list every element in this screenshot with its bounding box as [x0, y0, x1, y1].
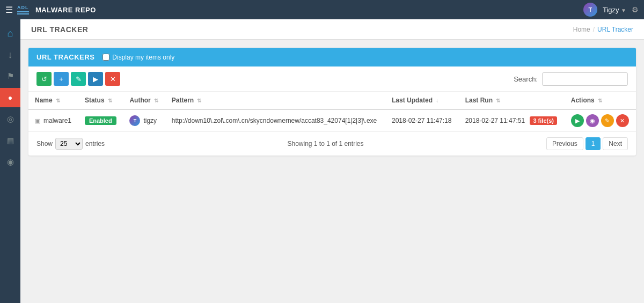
panel-header: URL TRACKERS Display my items only [28, 48, 636, 66]
table-header: Name ⇅ Status ⇅ Author ⇅ Pattern ⇅ Last … [28, 92, 636, 109]
delete-action-button[interactable]: ✕ [616, 114, 629, 127]
panel-title: URL TRACKERS [36, 53, 94, 61]
cell-last-updated: 2018-02-27 11:47:18 [385, 109, 459, 132]
page-title: URL TRACKER [31, 25, 88, 34]
app-title: MALWARE REPO [35, 6, 96, 14]
sidebar-item-home[interactable]: ⌂ [0, 24, 20, 43]
navbar-left: ☰ ADL MALWARE REPO [5, 5, 96, 15]
search-container: Search: [514, 72, 628, 86]
bar-chart-icon: ▦ [7, 136, 14, 145]
last-run-text: 2018-02-27 11:47:51 [465, 117, 525, 124]
tag-icon: ⚑ [7, 71, 14, 81]
last-updated-text: 2018-02-27 11:47:18 [392, 117, 451, 124]
cell-pattern: http://down10\.zol\.com\.cn/skycndownern… [165, 109, 385, 132]
page-icon: ▣ [35, 117, 40, 124]
data-table: Name ⇅ Status ⇅ Author ⇅ Pattern ⇅ Last … [28, 92, 636, 132]
breadcrumb-bar: URL TRACKER Home / URL Tracker [20, 19, 644, 40]
cell-author: T tigzy [123, 109, 165, 132]
pattern-text: http://down10\.zol\.com\.cn/skycndownern… [172, 117, 377, 124]
navbar-right: T Tigzy ▼ ⚙ [583, 3, 639, 17]
file-count-badge: 3 file(s) [530, 116, 557, 125]
content-area: URL TRACKERS Display my items only ↺ + ✎… [20, 40, 644, 303]
download-icon: ↓ [8, 49, 13, 61]
delete-button[interactable]: ✕ [105, 72, 120, 86]
show-entries: Show 25 50 100 entries [36, 138, 105, 150]
breadcrumb-home[interactable]: Home [573, 26, 590, 33]
hamburger-icon[interactable]: ☰ [5, 5, 13, 15]
showing-text: Showing 1 to 1 of 1 entries [287, 140, 363, 147]
bell-icon: ● [8, 93, 12, 102]
gear-icon[interactable]: ⚙ [632, 5, 639, 14]
run-button[interactable]: ▶ [88, 72, 103, 86]
previous-button[interactable]: Previous [546, 137, 583, 150]
edit-button[interactable]: ✎ [71, 72, 86, 86]
breadcrumb-current: URL Tracker [597, 26, 633, 33]
status-badge: Enabled [85, 116, 116, 125]
breadcrumb-separator: / [593, 26, 595, 33]
sidebar-item-chart[interactable]: ◎ [0, 109, 20, 129]
adl-logo: ADL [17, 5, 29, 14]
col-actions[interactable]: Actions ⇅ [565, 92, 636, 109]
sidebar-item-tag[interactable]: ⚑ [0, 66, 20, 86]
url-trackers-panel: URL TRACKERS Display my items only ↺ + ✎… [28, 48, 636, 156]
sidebar-item-alert[interactable]: ● [0, 88, 20, 107]
top-navbar: ☰ ADL MALWARE REPO T Tigzy ▼ ⚙ [0, 0, 644, 19]
main-content: URL TRACKER Home / URL Tracker URL TRACK… [20, 19, 644, 303]
table-header-row: Name ⇅ Status ⇅ Author ⇅ Pattern ⇅ Last … [28, 92, 636, 109]
col-author[interactable]: Author ⇅ [123, 92, 165, 109]
table-row: ▣ malware1 Enabled T tigzy http://down10… [28, 109, 636, 132]
col-last-run[interactable]: Last Run ⇅ [459, 92, 565, 109]
breadcrumb: Home / URL Tracker [573, 26, 633, 33]
run-action-button[interactable]: ▶ [571, 114, 584, 127]
chart-icon: ◎ [7, 114, 14, 124]
author-avatar: T [129, 115, 140, 126]
display-my-items-label[interactable]: Display my items only [103, 54, 174, 61]
col-name[interactable]: Name ⇅ [28, 92, 78, 109]
entries-select[interactable]: 25 50 100 [55, 138, 83, 150]
cell-status: Enabled [78, 109, 123, 132]
col-status[interactable]: Status ⇅ [78, 92, 123, 109]
search-input[interactable] [542, 72, 628, 86]
toolbar: ↺ + ✎ ▶ ✕ Search: [28, 66, 636, 92]
sidebar-item-bar-chart[interactable]: ▦ [0, 131, 20, 150]
cell-last-run: 2018-02-27 11:47:51 3 file(s) [459, 109, 565, 132]
col-pattern[interactable]: Pattern ⇅ [165, 92, 385, 109]
row-name: malware1 [43, 117, 71, 124]
page-1-button[interactable]: 1 [586, 137, 601, 150]
sidebar-item-download[interactable]: ↓ [0, 45, 20, 64]
sidebar-item-github[interactable]: ◉ [0, 152, 20, 172]
view-action-button[interactable]: ◉ [586, 114, 599, 127]
author-name: tigzy [143, 117, 157, 124]
sidebar: ⌂ ↓ ⚑ ● ◎ ▦ ◉ [0, 19, 20, 303]
layout: ⌂ ↓ ⚑ ● ◎ ▦ ◉ URL TRACKER Home / URL Tra… [0, 19, 644, 303]
display-my-items-checkbox[interactable] [103, 54, 109, 61]
github-icon: ◉ [7, 157, 14, 167]
home-icon: ⌂ [8, 28, 13, 39]
avatar: T [583, 3, 597, 17]
action-buttons: ▶ ◉ ✎ ✕ [571, 114, 630, 127]
col-last-updated[interactable]: Last Updated ↓ [385, 92, 459, 109]
add-button[interactable]: + [54, 72, 69, 86]
cell-name: ▣ malware1 [28, 109, 78, 132]
toolbar-buttons: ↺ + ✎ ▶ ✕ [36, 72, 120, 86]
refresh-button[interactable]: ↺ [36, 72, 52, 86]
table-footer: Show 25 50 100 entries Showing 1 to 1 of… [28, 132, 636, 156]
dropdown-caret: ▼ [621, 8, 626, 13]
pagination: Previous 1 Next [546, 137, 628, 150]
table-body: ▣ malware1 Enabled T tigzy http://down10… [28, 109, 636, 132]
next-button[interactable]: Next [603, 137, 628, 150]
search-label: Search: [514, 75, 538, 83]
edit-action-button[interactable]: ✎ [601, 114, 614, 127]
user-name[interactable]: Tigzy ▼ [603, 6, 626, 14]
cell-actions: ▶ ◉ ✎ ✕ [565, 109, 636, 132]
